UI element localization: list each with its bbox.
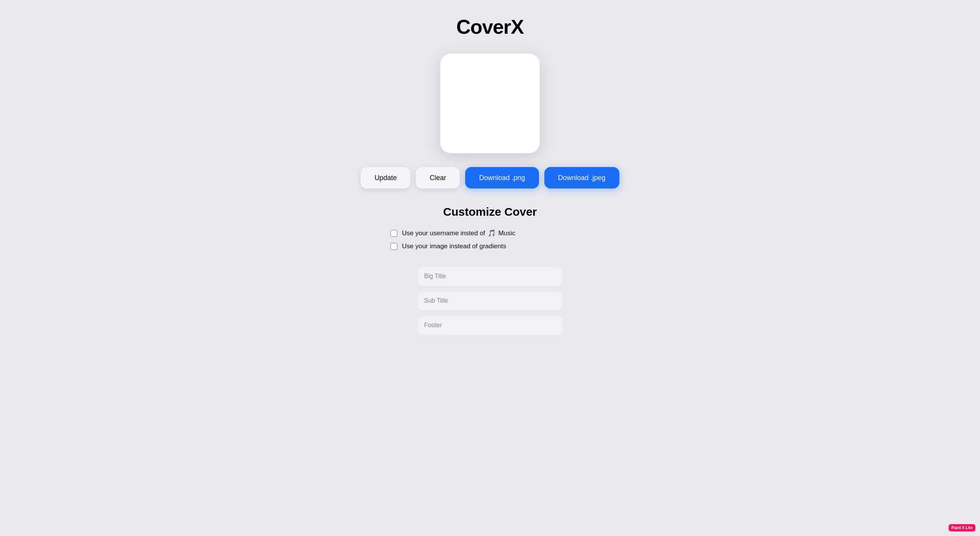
- apple-music-icon: 🎵: [488, 229, 496, 237]
- checkbox-username[interactable]: [390, 230, 397, 237]
- footer-input[interactable]: [417, 315, 563, 335]
- paint-badge: Paint X Lite: [949, 524, 975, 531]
- customize-section: Use your username insted of 🎵 Music Use …: [390, 229, 590, 335]
- cover-preview: [440, 54, 540, 153]
- clear-button[interactable]: Clear: [416, 167, 460, 189]
- download-png-button[interactable]: Download .png: [465, 167, 539, 189]
- sub-title-input[interactable]: [417, 291, 563, 311]
- download-jpeg-button[interactable]: Download .jpeg: [544, 167, 619, 189]
- update-button[interactable]: Update: [361, 167, 410, 189]
- checkbox-username-row[interactable]: Use your username insted of 🎵 Music: [390, 229, 515, 237]
- button-row: Update Clear Download .png Download .jpe…: [361, 167, 619, 189]
- customize-section-title: Customize Cover: [443, 205, 537, 218]
- app-title: CoverX: [456, 15, 524, 38]
- big-title-input[interactable]: [417, 266, 563, 286]
- checkbox-image-row[interactable]: Use your image instead of gradients: [390, 243, 506, 250]
- inputs-section: [417, 266, 563, 335]
- checkbox-image[interactable]: [390, 243, 397, 250]
- checkbox-image-label: Use your image instead of gradients: [402, 243, 506, 250]
- checkbox-username-label: Use your username insted of 🎵 Music: [402, 229, 515, 237]
